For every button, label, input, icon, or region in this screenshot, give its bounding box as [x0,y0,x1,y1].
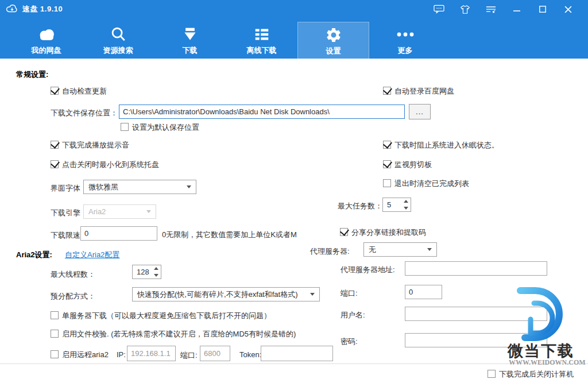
tab-download[interactable]: 下载 [154,22,226,59]
tab-label: 更多 [398,45,413,56]
maximize-icon[interactable] [529,0,555,18]
prealloc-dropdown[interactable]: 快速预分配(快,可能有碎片,不支持exfat和fat格式) [132,287,320,301]
proxy-server-label: 代理服务器: [310,246,350,257]
checkbox-remote-aria2[interactable]: 启用远程aria2 [51,350,109,360]
dropdown-value: 快速预分配(快,可能有碎片,不支持exfat和fat格式) [137,289,298,300]
username-label: 用户名: [341,310,365,320]
chevron-down-icon [187,185,191,188]
checkbox-box [51,311,59,319]
remote-port-input[interactable] [200,346,230,361]
checkbox-label: 退出时清空已完成列表 [394,179,469,189]
aria2-settings-header: Aria2设置: [16,250,52,260]
tab-settings[interactable]: 设置 [297,22,369,59]
password-label: 密码: [341,337,358,347]
checkbox-label: 监视剪切板 [394,160,432,170]
checkbox-shutdown-after-download[interactable]: 下载完成后关闭计算机 [488,369,574,379]
message-icon[interactable] [426,0,452,18]
tab-more[interactable]: 更多 [369,22,441,59]
tab-label: 我的网盘 [32,45,61,56]
download-icon [182,25,198,44]
chevron-down-icon [146,210,151,213]
checkbox-box [51,350,59,358]
proxy-address-label: 代理服务器地址: [341,265,395,275]
gear-icon [325,26,342,44]
checkbox-label: 分享分享链接和提取码 [351,227,426,238]
browse-button[interactable]: ... [409,104,431,119]
checkbox-box [340,228,348,236]
checkbox-verify-files[interactable]: 启用文件校验. (若无特殊需求不建议开启，百度给的MD5有时候是错的) [51,329,296,339]
prealloc-label: 预分配方式： [51,291,95,301]
bottom-divider [0,363,588,364]
max-tasks-label: 最大任务数： [338,201,382,211]
stepper-value: 128 [133,265,151,279]
checkbox-auto-update[interactable]: 自动检查更新 [51,86,107,96]
checkbox-default-save-location[interactable]: 设置为默认保存位置 [121,122,199,133]
token-label: Token: [239,350,261,359]
checkbox-label: 下载完成后关闭计算机 [499,369,574,379]
save-path-input[interactable] [119,105,405,119]
checkbox-single-server-download[interactable]: 单服务器下载（可以最大程度避免压缩包下载后打不开的问题） [51,311,271,321]
dropdown-value: 微软雅黑 [88,182,118,192]
watermark-site: WWW.WEIDOWN.COM [509,358,586,367]
checkbox-label: 点击关闭时最小化到系统托盘 [62,160,159,170]
cloud-icon [37,25,56,44]
stepper-down-icon[interactable] [401,205,411,212]
stepper-down-icon[interactable] [151,272,161,279]
minimize-icon[interactable] [504,0,529,18]
stepper-up-icon[interactable] [151,265,161,272]
checkbox-prevent-sleep[interactable]: 下载时阻止系统进入休眠状态。 [383,140,499,150]
checkbox-box [51,87,59,95]
checkbox-box [383,141,391,149]
speed-limit-hint: 0无限制，其它数值需要加上单位K或者M [162,230,297,240]
checkbox-minimize-to-tray[interactable]: 点击关闭时最小化到系统托盘 [51,160,159,170]
password-input[interactable] [405,333,547,347]
dropdown-value: 无 [369,245,376,255]
checkbox-watch-clipboard[interactable]: 监视剪切板 [383,160,432,170]
task-list-icon[interactable] [478,0,504,18]
checkbox-play-sound[interactable]: 下载完成播放提示音 [51,140,129,150]
username-input[interactable] [405,307,547,321]
custom-aria2-config-link[interactable]: 自定义Aria2配置 [65,250,119,260]
checkbox-label: 自动登录百度网盘 [394,86,454,96]
tab-offline-download[interactable]: 离线下载 [226,22,297,59]
checkbox-label: 单服务器下载（可以最大程度避免压缩包下载后打不开的问题） [62,311,271,321]
download-engine-label: 下载引擎： [51,208,88,218]
proxy-address-input[interactable] [405,261,547,276]
checkbox-label: 下载时阻止系统进入休眠状态。 [394,140,499,150]
proxy-port-input[interactable] [405,285,442,299]
ui-font-dropdown[interactable]: 微软雅黑 [83,180,196,194]
ellipsis-icon [396,25,415,44]
checkbox-box [51,141,59,149]
offline-list-icon [254,25,270,44]
ip-input[interactable] [127,346,176,361]
general-settings-header: 常规设置: [16,69,48,80]
download-engine-dropdown: Aria2 [83,204,156,219]
checkbox-auto-login[interactable]: 自动登录百度网盘 [383,86,454,96]
max-tasks-stepper[interactable]: 5 [382,198,411,212]
checkbox-box [383,179,391,187]
chevron-down-icon [427,248,432,251]
speedpan-window: 速盘 1.9.10 [0,0,588,379]
checkbox-box [121,123,129,131]
proxy-server-dropdown[interactable]: 无 [363,242,437,257]
tab-my-drive[interactable]: 我的网盘 [10,22,82,59]
checkbox-box [51,330,59,338]
tab-label: 下载 [183,45,198,56]
tab-resource-search[interactable]: 资源搜索 [82,22,154,59]
checkbox-box [383,87,391,95]
checkbox-label: 下载完成播放提示音 [62,140,129,150]
checkbox-box [488,370,496,378]
close-icon[interactable] [555,0,581,18]
speed-limit-input[interactable] [80,226,157,241]
max-threads-stepper[interactable]: 128 [132,265,161,279]
token-input[interactable] [261,346,333,361]
search-icon [110,25,127,44]
shirt-skin-icon[interactable] [452,0,478,18]
save-path-label: 下载文件保存位置： [51,108,118,118]
checkbox-share-link-code[interactable]: 分享分享链接和提取码 [340,227,426,238]
stepper-up-icon[interactable] [401,198,411,205]
chevron-down-icon [310,293,315,296]
remote-port-label: 端口: [180,350,198,361]
nav-bar: 我的网盘 资源搜索 下载 [0,18,588,59]
checkbox-clear-finished-on-exit[interactable]: 退出时清空已完成列表 [383,179,469,189]
